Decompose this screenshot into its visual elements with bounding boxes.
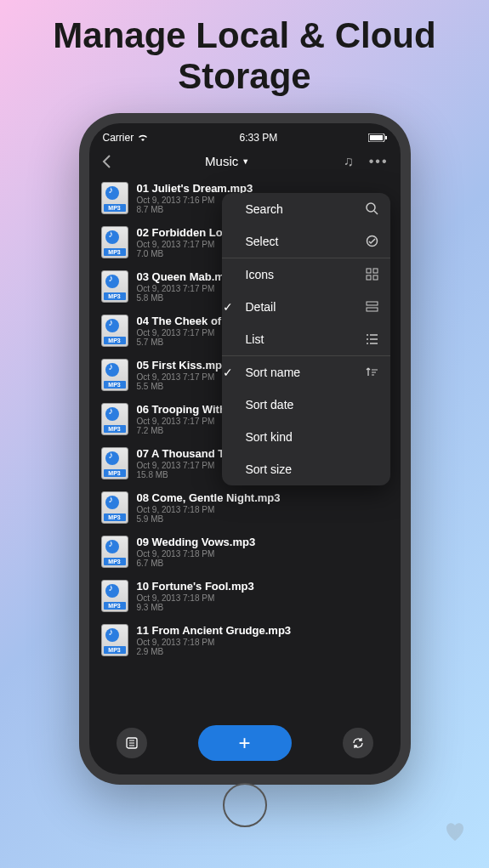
checkmark-icon: ✓ bbox=[222, 366, 236, 379]
carrier-label: Carrier bbox=[103, 132, 134, 144]
file-size: 5.9 MB bbox=[137, 514, 389, 524]
svg-point-16 bbox=[367, 343, 368, 344]
file-size: 6.7 MB bbox=[137, 559, 389, 568]
file-row[interactable]: MP309 Wedding Vows.mp3Oct 9, 2013 7:18 P… bbox=[89, 530, 401, 574]
svg-rect-10 bbox=[367, 302, 378, 305]
file-type-tag: MP3 bbox=[104, 381, 126, 389]
library-button[interactable] bbox=[117, 728, 147, 758]
mp3-file-icon: MP3 bbox=[101, 580, 128, 612]
svg-rect-6 bbox=[367, 269, 371, 273]
file-type-tag: MP3 bbox=[104, 292, 126, 300]
file-type-tag: MP3 bbox=[104, 248, 126, 256]
file-row[interactable]: MP310 Fortune's Fool.mp3Oct 9, 2013 7:18… bbox=[89, 574, 401, 618]
file-row[interactable]: MP308 Come, Gentle Night.mp3Oct 9, 2013 … bbox=[89, 485, 401, 530]
phone-frame: Carrier 6:33 PM Music ▼ ♫ ••• MP301 Juli… bbox=[79, 113, 411, 785]
svg-rect-8 bbox=[367, 275, 371, 280]
svg-line-4 bbox=[374, 211, 378, 214]
mp3-file-icon: MP3 bbox=[101, 624, 128, 656]
file-size: 9.3 MB bbox=[137, 603, 389, 612]
mp3-file-icon: MP3 bbox=[101, 315, 128, 347]
mp3-file-icon: MP3 bbox=[101, 536, 128, 568]
svg-point-12 bbox=[367, 334, 368, 336]
home-button bbox=[223, 783, 267, 827]
file-type-tag: MP3 bbox=[104, 337, 126, 344]
sort-icon bbox=[366, 366, 378, 378]
list-icon bbox=[366, 332, 378, 345]
mp3-file-icon: MP3 bbox=[101, 403, 128, 435]
watermark-logo bbox=[429, 819, 480, 861]
context-menu: Search Select Icons ✓Detail List ✓Sort n… bbox=[222, 193, 390, 485]
battery-icon bbox=[368, 133, 387, 142]
file-type-tag: MP3 bbox=[104, 469, 126, 477]
bottom-toolbar: + bbox=[89, 725, 401, 761]
menu-sort-name[interactable]: ✓Sort name bbox=[222, 356, 390, 389]
more-icon[interactable]: ••• bbox=[369, 154, 389, 169]
mp3-file-icon: MP3 bbox=[101, 226, 128, 258]
file-type-tag: MP3 bbox=[104, 425, 126, 433]
music-icon[interactable]: ♫ bbox=[344, 154, 354, 169]
back-button[interactable] bbox=[101, 154, 111, 169]
menu-search[interactable]: Search bbox=[222, 193, 390, 225]
promo-headline: Manage Local & Cloud Storage bbox=[0, 0, 489, 106]
file-type-tag: MP3 bbox=[104, 513, 126, 521]
file-date: Oct 9, 2013 7:18 PM bbox=[137, 505, 389, 514]
sync-button[interactable] bbox=[343, 728, 373, 758]
select-icon bbox=[366, 235, 378, 247]
file-date: Oct 9, 2013 7:18 PM bbox=[137, 638, 389, 647]
grid-icon bbox=[366, 268, 378, 281]
svg-rect-1 bbox=[370, 135, 383, 140]
file-type-tag: MP3 bbox=[104, 602, 126, 610]
mp3-file-icon: MP3 bbox=[101, 491, 128, 524]
checkmark-icon: ✓ bbox=[222, 300, 236, 314]
mp3-file-icon: MP3 bbox=[101, 182, 128, 214]
file-type-tag: MP3 bbox=[104, 558, 126, 565]
file-name: 10 Fortune's Fool.mp3 bbox=[137, 580, 389, 593]
file-row[interactable]: MP311 From Ancient Grudge.mp3Oct 9, 2013… bbox=[89, 618, 401, 662]
file-name: 11 From Ancient Grudge.mp3 bbox=[137, 624, 389, 637]
svg-point-3 bbox=[367, 203, 375, 212]
detail-icon bbox=[366, 300, 378, 313]
menu-view-list[interactable]: List bbox=[222, 323, 390, 356]
mp3-file-icon: MP3 bbox=[101, 359, 128, 391]
add-button[interactable]: + bbox=[198, 725, 292, 761]
dropdown-caret-icon: ▼ bbox=[242, 157, 249, 166]
mp3-file-icon: MP3 bbox=[101, 447, 128, 479]
status-bar: Carrier 6:33 PM bbox=[89, 123, 401, 147]
svg-rect-11 bbox=[367, 308, 378, 311]
svg-rect-9 bbox=[373, 275, 378, 280]
menu-view-detail[interactable]: ✓Detail bbox=[222, 291, 390, 323]
mp3-file-icon: MP3 bbox=[101, 270, 128, 303]
screen: Carrier 6:33 PM Music ▼ ♫ ••• MP301 Juli… bbox=[89, 123, 401, 774]
clock: 6:33 PM bbox=[239, 132, 277, 144]
svg-point-14 bbox=[367, 338, 368, 340]
search-icon bbox=[366, 202, 378, 215]
menu-sort-size[interactable]: Sort size bbox=[222, 453, 390, 485]
file-date: Oct 9, 2013 7:18 PM bbox=[137, 593, 389, 603]
file-name: 09 Wedding Vows.mp3 bbox=[137, 536, 389, 548]
nav-title-text: Music bbox=[205, 154, 238, 168]
svg-rect-2 bbox=[385, 136, 387, 139]
file-name: 08 Come, Gentle Night.mp3 bbox=[137, 491, 389, 504]
file-type-tag: MP3 bbox=[104, 204, 126, 212]
file-date: Oct 9, 2013 7:18 PM bbox=[137, 549, 389, 559]
menu-sort-date[interactable]: Sort date bbox=[222, 389, 390, 421]
nav-title[interactable]: Music ▼ bbox=[205, 154, 249, 168]
menu-sort-kind[interactable]: Sort kind bbox=[222, 421, 390, 453]
nav-bar: Music ▼ ♫ ••• bbox=[89, 147, 401, 176]
file-type-tag: MP3 bbox=[104, 646, 126, 654]
menu-select[interactable]: Select bbox=[222, 225, 390, 258]
wifi-icon bbox=[137, 133, 149, 142]
file-size: 2.9 MB bbox=[137, 647, 389, 656]
menu-view-icons[interactable]: Icons bbox=[222, 258, 390, 291]
svg-rect-7 bbox=[373, 269, 378, 273]
